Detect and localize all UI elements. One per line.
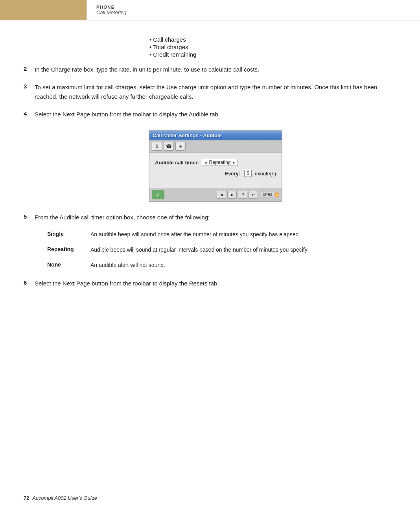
every-value: 5 bbox=[247, 171, 249, 176]
footer-text: Accompli A002 User's Guide bbox=[32, 495, 97, 501]
option-none-desc: An audible alert will not sound. bbox=[90, 261, 396, 269]
step-4-num: 4 bbox=[24, 110, 35, 119]
bullet-item-3: Credit remaining bbox=[149, 51, 396, 58]
step-2-text: In the Charge rate box, type the rate, i… bbox=[35, 65, 396, 74]
option-none-term: None bbox=[47, 261, 90, 269]
step-4: 4 Select the Next Page button from the t… bbox=[24, 110, 396, 119]
option-none: None An audible alert will not sound. bbox=[47, 261, 396, 269]
option-single-desc: An audible beep will sound once after th… bbox=[90, 230, 396, 239]
option-repeating-desc: Audible beeps will sound at regular inte… bbox=[90, 246, 396, 254]
every-label: Every: bbox=[225, 171, 240, 177]
step-6: 6 Select the Next Page button from the t… bbox=[24, 279, 396, 288]
header-text-block: PHONE Call Metering bbox=[87, 0, 127, 20]
footer-page-num: 72 bbox=[24, 495, 29, 501]
step-3-text: To set a maximum limit for call charges,… bbox=[35, 83, 396, 101]
option-repeating: Repeating Audible beeps will sound at re… bbox=[47, 246, 396, 254]
select-arrow-left: ◄ bbox=[204, 160, 208, 165]
device-bottom-toolbar: ✓ ◄ ► ? ↩ GPRS 📶 bbox=[149, 188, 282, 201]
toolbar-circle-btn[interactable]: ● bbox=[175, 142, 186, 151]
step-2-num: 2 bbox=[24, 65, 35, 74]
audible-timer-row: Audible call timer: ◄ Repeating ► bbox=[155, 159, 276, 166]
step-2: 2 In the Charge rate box, type the rate,… bbox=[24, 65, 396, 74]
header-title: PHONE bbox=[96, 5, 127, 9]
every-suffix: minute(s) bbox=[255, 171, 276, 177]
screenshot-container: Call Meter Settings - Audible ℹ ☎ ● Audi… bbox=[35, 130, 396, 202]
select-arrow-right: ► bbox=[232, 160, 236, 165]
header-subtitle: Call Metering bbox=[96, 9, 127, 15]
nav-back-btn[interactable]: ◄ bbox=[217, 191, 226, 199]
step-5-text: From the Audible call timer option box, … bbox=[35, 213, 396, 222]
nav-help-btn[interactable]: ? bbox=[238, 191, 247, 199]
main-content: Call charges Total charges Credit remain… bbox=[0, 20, 420, 320]
bullet-list: Call charges Total charges Credit remain… bbox=[149, 36, 396, 58]
check-button[interactable]: ✓ bbox=[152, 190, 164, 199]
bullet-item-2: Total charges bbox=[149, 44, 396, 50]
step-6-text: Select the Next Page button from the too… bbox=[35, 279, 396, 288]
step-4-text: Select the Next Page button from the too… bbox=[35, 110, 396, 119]
options-table: Single An audible beep will sound once a… bbox=[47, 230, 396, 269]
footer: 72 Accompli A002 User's Guide bbox=[24, 491, 396, 501]
option-repeating-term: Repeating bbox=[47, 246, 90, 254]
bullet-item-1: Call charges bbox=[149, 36, 396, 43]
toolbar-phone-btn[interactable]: ☎ bbox=[164, 142, 174, 151]
audible-timer-label: Audible call timer: bbox=[155, 160, 199, 166]
device-screen: Call Meter Settings - Audible ℹ ☎ ● Audi… bbox=[149, 130, 282, 202]
every-value-box[interactable]: 5 bbox=[244, 170, 252, 177]
toolbar-info-btn[interactable]: ℹ bbox=[152, 142, 162, 151]
step-3: 3 To set a maximum limit for call charge… bbox=[24, 83, 396, 101]
audible-timer-select[interactable]: ◄ Repeating ► bbox=[202, 159, 238, 166]
step-5: 5 From the Audible call timer option box… bbox=[24, 213, 396, 222]
step-3-num: 3 bbox=[24, 83, 35, 101]
device-body: Audible call timer: ◄ Repeating ► Every:… bbox=[149, 153, 282, 188]
audible-timer-value: Repeating bbox=[209, 160, 231, 165]
nav-forward-btn[interactable]: ► bbox=[227, 191, 237, 199]
device-top-toolbar: ℹ ☎ ● bbox=[149, 140, 282, 153]
signal-bars: 📶 bbox=[275, 193, 279, 197]
nav-return-btn[interactable]: ↩ bbox=[249, 191, 258, 199]
every-row: Every: 5 minute(s) bbox=[155, 170, 276, 177]
header-accent bbox=[0, 0, 87, 20]
step-6-num: 6 bbox=[24, 279, 35, 288]
device-titlebar: Call Meter Settings - Audible bbox=[149, 131, 282, 140]
option-single-term: Single bbox=[47, 230, 90, 239]
nav-buttons: ◄ ► ? ↩ GPRS 📶 bbox=[217, 191, 279, 199]
header: PHONE Call Metering bbox=[0, 0, 420, 20]
step-5-num: 5 bbox=[24, 213, 35, 222]
option-single: Single An audible beep will sound once a… bbox=[47, 230, 396, 239]
gprs-badge: GPRS bbox=[261, 192, 274, 197]
